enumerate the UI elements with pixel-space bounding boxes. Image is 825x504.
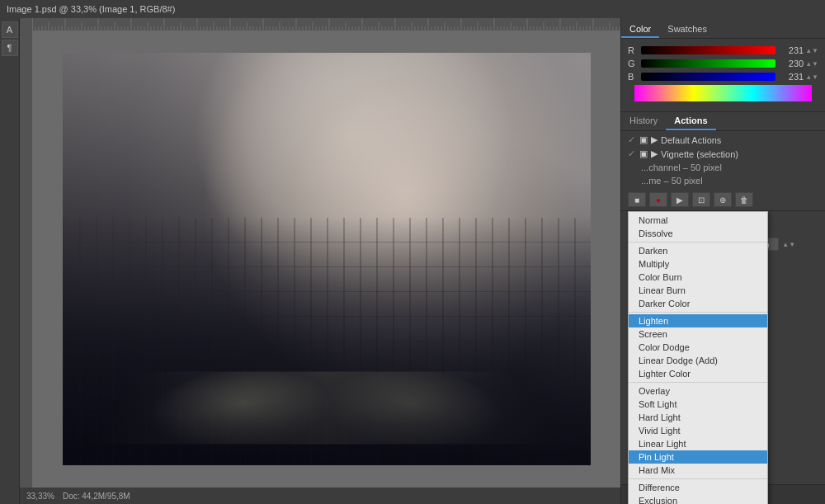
blend-mode-area: T ⊡ ▣ ⬒ fx Opacity: 100% ▲▼ Fill: 100% ▲… [621,211,825,257]
image-lights-layer [85,372,568,445]
blend-item-overlay[interactable]: Overlay [629,384,767,398]
folder-icon-2: ▣ [639,148,648,159]
tab-history[interactable]: History [621,112,666,130]
tool-paragraph[interactable]: ¶ [2,40,18,56]
blend-item-vivid-light[interactable]: Vivid Light [629,424,767,437]
folder-icon-1: ▣ [639,134,648,145]
tab-swatches[interactable]: Swatches [659,21,715,38]
color-tabs: Color Swatches [621,21,825,39]
image-face-layer [63,53,591,465]
blend-group-3: Lighten Screen Color Dodge Linear Dodge … [629,313,767,383]
ruler-corner [20,18,32,31]
tab-actions[interactable]: Actions [666,112,715,130]
blend-item-hard-light[interactable]: Hard Light [629,411,767,424]
blend-item-color-dodge[interactable]: Color Dodge [629,341,767,354]
channel-r-label: R [628,45,638,55]
channel-g-label: G [628,59,638,68]
history-item-vignette[interactable]: ✓ ▣ ▶ Vignette (selection) [621,147,825,161]
tool-strip: A ¶ [0,18,20,504]
blend-item-soft-light[interactable]: Soft Light [629,398,767,411]
canvas-area[interactable] [32,31,620,488]
status-bar: 33,33% Doc: 44,2M/95,8M [20,488,620,504]
canvas-row [20,31,620,488]
right-panel: Color Swatches R 231 ▲▼ G 230 ▲▼ [620,18,825,504]
channel-r-value: 231 [779,45,804,55]
canvas-image[interactable] [63,53,591,465]
history-sublabel-2: ...me – 50 pixel [641,176,703,186]
blend-group-5: Difference Exclusion Subtract Divide [629,479,767,504]
blend-group-1: Normal Dissolve [629,212,767,243]
zoom-level: 33,33% [26,492,54,501]
blend-item-darker-color[interactable]: Darker Color [629,297,767,310]
blend-item-normal[interactable]: Normal [629,214,767,227]
check-icon-2: ✓ [628,148,636,159]
ruler-v [20,31,32,488]
blend-item-lighter-color[interactable]: Lighter Color [629,367,767,380]
action-buttons-row: ■ ● ▶ ⊡ ⊕ 🗑 [621,189,825,210]
history-label-2: Vignette (selection) [661,149,738,159]
channel-g-row: G 230 ▲▼ [628,59,818,68]
doc-info: Doc: 44,2M/95,8M [63,492,130,501]
channel-g-value: 230 [779,59,804,68]
history-label-1: Default Actions [661,135,721,145]
tool-text[interactable]: A [2,21,18,38]
color-panel: Color Swatches R 231 ▲▼ G 230 ▲▼ [621,18,825,112]
channel-r-row: R 231 ▲▼ [628,45,818,55]
channel-b-label: B [628,72,638,82]
arrow-icon-2: ▶ [651,148,658,159]
history-panel: History Actions ✓ ▣ ▶ Default Actions ✓ … [621,112,825,211]
channel-b-slider[interactable] [641,73,776,81]
history-item-default-actions[interactable]: ✓ ▣ ▶ Default Actions [621,133,825,147]
channel-g-slider[interactable] [641,59,776,68]
action-delete-btn[interactable]: 🗑 [735,192,753,207]
title-bar: Image 1.psd @ 33,3% (Image 1, RGB/8#) [0,0,825,18]
channel-r-slider[interactable] [641,46,776,54]
ruler-h-svg: /* drawn via JS below */ [32,18,620,31]
image-city-layer [63,218,591,465]
blend-mode-dropdown[interactable]: Normal Dissolve Darken Multiply Color Bu… [628,211,768,504]
channel-g-arrow: ▲▼ [805,60,818,68]
blend-item-linear-dodge[interactable]: Linear Dodge (Add) [629,354,767,367]
history-tabs: History Actions [621,112,825,131]
blend-item-lighten[interactable]: Lighten [629,314,767,327]
color-controls: R 231 ▲▼ G 230 ▲▼ B 231 ▲▼ [621,42,825,108]
left-area: /* drawn via JS below */ 33,33 [20,18,620,504]
blend-group-2: Darken Multiply Color Burn Linear Burn D… [629,243,767,313]
blend-item-dissolve[interactable]: Dissolve [629,227,767,240]
ruler-h: /* drawn via JS below */ [32,18,620,31]
tab-color[interactable]: Color [621,21,659,38]
history-sublabel-1: ...channel – 50 pixel [641,163,722,172]
blend-item-hard-mix[interactable]: Hard Mix [629,464,767,477]
action-stop-btn[interactable]: ■ [628,192,646,207]
blend-item-exclusion[interactable]: Exclusion [629,494,767,504]
action-new-btn[interactable]: ⊕ [714,192,732,207]
check-icon-1: ✓ [628,134,636,145]
blend-item-difference[interactable]: Difference [629,481,767,494]
blend-item-color-burn[interactable]: Color Burn [629,271,767,284]
blend-group-4: Overlay Soft Light Hard Light Vivid Ligh… [629,383,767,479]
action-record-btn[interactable]: ● [649,192,667,207]
title-text: Image 1.psd @ 33,3% (Image 1, RGB/8#) [7,4,175,14]
action-play-btn[interactable]: ▶ [671,192,689,207]
channel-r-arrow: ▲▼ [805,47,818,54]
channel-b-row: B 231 ▲▼ [628,72,818,82]
blend-item-screen[interactable]: Screen [629,327,767,341]
fill-arrow: ▲▼ [782,241,795,248]
history-subitem-2: ...me – 50 pixel [621,174,825,187]
arrow-icon-1: ▶ [651,134,658,145]
color-spectrum-swatch[interactable] [634,85,812,101]
blend-item-pin-light[interactable]: Pin Light [629,450,767,464]
blend-item-darken[interactable]: Darken [629,244,767,257]
blend-item-linear-light[interactable]: Linear Light [629,437,767,450]
action-folder-btn[interactable]: ⊡ [692,192,710,207]
channel-b-arrow: ▲▼ [805,73,818,81]
history-content: ✓ ▣ ▶ Default Actions ✓ ▣ ▶ Vignette (se… [621,131,825,189]
blend-item-linear-burn[interactable]: Linear Burn [629,284,767,297]
channel-b-value: 231 [779,72,804,82]
ruler-row: /* drawn via JS below */ [20,18,620,31]
history-subitem-1: ...channel – 50 pixel [621,161,825,174]
canvas-container: /* drawn via JS below */ [20,18,620,488]
blend-item-multiply[interactable]: Multiply [629,257,767,271]
